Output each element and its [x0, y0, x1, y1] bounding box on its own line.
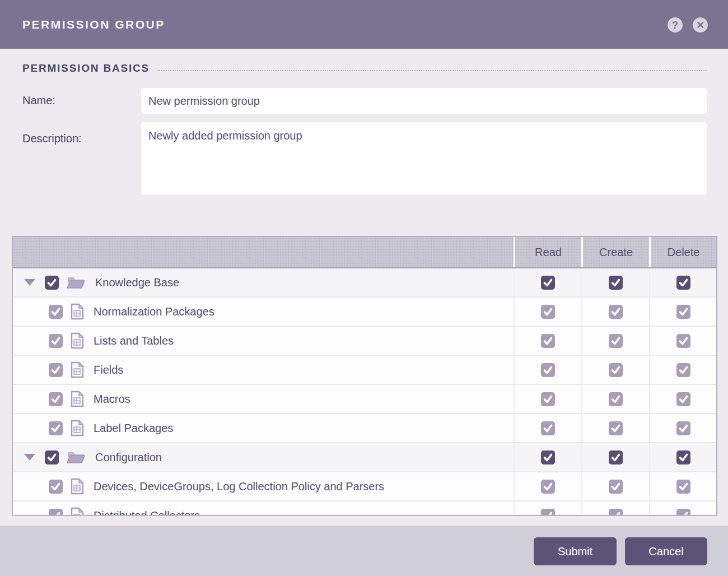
- name-label: Name:: [22, 94, 55, 107]
- row-label: Knowledge Base: [95, 276, 179, 289]
- create-permission-checkbox[interactable]: [609, 334, 623, 348]
- delete-permission-checkbox[interactable]: [676, 509, 690, 517]
- create-permission-checkbox[interactable]: [609, 480, 623, 494]
- section-divider: [157, 70, 707, 71]
- create-permission-checkbox[interactable]: [609, 305, 623, 319]
- row-select-checkbox[interactable]: [49, 305, 63, 319]
- tree-column-header: [13, 237, 514, 267]
- folder-icon: [67, 275, 86, 290]
- read-column-header: Read: [514, 237, 581, 267]
- permissions-table: Read Create Delete: [12, 236, 717, 516]
- name-field[interactable]: [141, 88, 707, 114]
- create-permission-checkbox[interactable]: [609, 450, 623, 464]
- row-select-checkbox[interactable]: [49, 363, 63, 377]
- delete-permission-checkbox[interactable]: [676, 276, 690, 290]
- table-row: Macros: [13, 385, 716, 414]
- cancel-button[interactable]: Cancel: [625, 537, 707, 565]
- document-icon: [71, 478, 84, 495]
- table-row: Lists and Tables: [13, 327, 716, 356]
- delete-permission-checkbox[interactable]: [676, 450, 690, 464]
- create-permission-checkbox[interactable]: [609, 363, 623, 377]
- read-permission-checkbox[interactable]: [541, 334, 555, 348]
- document-icon: [71, 332, 84, 349]
- row-label: Normalization Packages: [94, 305, 214, 318]
- description-field[interactable]: Newly added permission group: [141, 122, 707, 195]
- dialog-footer: Submit Cancel: [0, 526, 728, 576]
- collapse-arrow-icon[interactable]: [24, 279, 35, 286]
- table-row: Knowledge Base: [13, 268, 716, 298]
- row-label: Macros: [94, 393, 130, 406]
- row-label: Configuration: [95, 451, 162, 464]
- create-permission-checkbox[interactable]: [609, 392, 623, 406]
- document-icon: [71, 391, 84, 407]
- document-icon: [71, 420, 84, 436]
- table-row: Label Packages: [13, 414, 716, 443]
- submit-button[interactable]: Submit: [534, 537, 617, 565]
- row-select-checkbox[interactable]: [45, 276, 59, 290]
- create-permission-checkbox[interactable]: [609, 509, 623, 517]
- row-select-checkbox[interactable]: [45, 450, 59, 464]
- create-column-header: Create: [581, 237, 649, 267]
- dialog-titlebar: PERMISSION GROUP ? ✕: [0, 0, 728, 49]
- read-permission-checkbox[interactable]: [541, 276, 555, 290]
- row-label: Lists and Tables: [94, 335, 174, 347]
- create-permission-checkbox[interactable]: [609, 276, 623, 290]
- read-permission-checkbox[interactable]: [541, 392, 555, 406]
- row-select-checkbox[interactable]: [49, 392, 63, 406]
- read-permission-checkbox[interactable]: [541, 363, 555, 377]
- section-title: PERMISSION BASICS: [22, 62, 150, 75]
- row-select-checkbox[interactable]: [49, 334, 63, 348]
- row-label: Fields: [94, 364, 123, 377]
- read-permission-checkbox[interactable]: [541, 421, 555, 435]
- delete-permission-checkbox[interactable]: [676, 421, 690, 435]
- row-label: Distributed Collectors: [94, 509, 200, 517]
- row-label: Label Packages: [94, 422, 173, 435]
- row-select-checkbox[interactable]: [49, 509, 63, 517]
- create-permission-checkbox[interactable]: [609, 421, 623, 435]
- dialog-title: PERMISSION GROUP: [22, 18, 165, 31]
- delete-permission-checkbox[interactable]: [676, 334, 690, 348]
- read-permission-checkbox[interactable]: [541, 509, 555, 517]
- read-permission-checkbox[interactable]: [541, 480, 555, 494]
- table-row: Fields: [13, 356, 716, 385]
- close-icon[interactable]: ✕: [693, 17, 708, 32]
- read-permission-checkbox[interactable]: [541, 305, 555, 319]
- document-icon: [71, 303, 84, 320]
- folder-icon: [67, 450, 86, 464]
- delete-permission-checkbox[interactable]: [676, 480, 690, 494]
- row-select-checkbox[interactable]: [49, 421, 63, 435]
- collapse-arrow-icon[interactable]: [24, 454, 35, 461]
- document-icon: [71, 361, 84, 378]
- table-row: Normalization Packages: [13, 298, 716, 327]
- row-label: Devices, DeviceGroups, Log Collection Po…: [94, 480, 384, 493]
- table-header-row: Read Create Delete: [13, 237, 716, 268]
- read-permission-checkbox[interactable]: [541, 450, 555, 464]
- document-icon: [71, 507, 84, 516]
- table-row: Configuration: [13, 443, 716, 472]
- table-body: Knowledge Base: [13, 268, 716, 516]
- table-row: Devices, DeviceGroups, Log Collection Po…: [13, 472, 716, 501]
- row-select-checkbox[interactable]: [49, 480, 63, 494]
- delete-permission-checkbox[interactable]: [676, 363, 690, 377]
- help-icon[interactable]: ?: [668, 17, 683, 32]
- description-label: Description:: [22, 132, 82, 145]
- delete-permission-checkbox[interactable]: [676, 305, 690, 319]
- table-row: Distributed Collectors: [13, 501, 716, 516]
- delete-permission-checkbox[interactable]: [676, 392, 690, 406]
- delete-column-header: Delete: [649, 237, 716, 267]
